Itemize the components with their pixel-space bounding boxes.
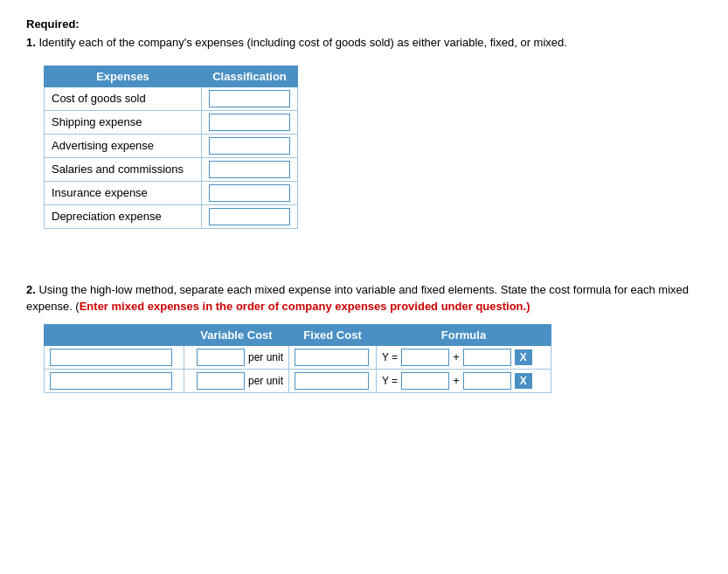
question1-text: 1. Identify each of the company's expens…: [26, 34, 702, 52]
expense-name-3: Salaries and commissions: [45, 157, 202, 181]
highlow-expense-0: [45, 345, 184, 369]
highlow-fixedcost-1: [289, 369, 377, 392]
classification-input-4[interactable]: [209, 184, 290, 202]
formula-x-button-0[interactable]: X: [515, 349, 532, 365]
highlow-fixedcost-input-1[interactable]: [295, 372, 369, 390]
classification-cell-1: [202, 110, 298, 134]
question1-number: 1.: [26, 36, 36, 49]
classification-cell-2: [202, 134, 298, 157]
highlow-fixedcost-0: [289, 345, 377, 369]
table1-row: Shipping expense: [45, 110, 298, 134]
classification-cell-5: [202, 204, 298, 228]
question2-red: Enter mixed expenses in the order of com…: [80, 300, 530, 313]
col-classification-header: Classification: [202, 66, 298, 86]
col-fixed-cost-header: Fixed Cost: [289, 324, 377, 345]
table1-row: Advertising expense: [45, 134, 298, 157]
formula-plus-0: +: [453, 350, 460, 363]
highlow-table: Variable Cost Fixed Cost Formula per uni…: [44, 324, 551, 393]
classification-input-2[interactable]: [209, 137, 290, 155]
classification-input-5[interactable]: [209, 208, 290, 225]
table1-row: Salaries and commissions: [45, 157, 298, 181]
highlow-varcost-0: per unit: [184, 345, 289, 369]
classification-input-0[interactable]: [209, 90, 290, 107]
classification-cell-4: [202, 181, 298, 204]
highlow-varcost-1: per unit: [184, 369, 289, 392]
classification-input-1[interactable]: [209, 114, 290, 131]
table1-row: Insurance expense: [45, 181, 298, 204]
highlow-row-0: per unitY =+X: [45, 345, 551, 369]
classification-cell-3: [202, 157, 298, 181]
required-label: Required:: [26, 17, 702, 31]
table1-row: Cost of goods sold: [45, 86, 298, 110]
formula-y-eq-1: Y =: [382, 375, 398, 387]
col-expenses-header: Expenses: [45, 66, 202, 86]
highlow-expense-1: [45, 369, 184, 392]
question1-body: Identify each of the company's expenses …: [38, 36, 566, 49]
per-unit-label-1: per unit: [248, 375, 283, 387]
col-formula-header: Formula: [377, 324, 551, 345]
col-expense-label: [45, 324, 184, 345]
highlow-varcost-input-1[interactable]: [197, 372, 245, 390]
formula-var-input-1[interactable]: [401, 372, 449, 390]
expenses-classification-table: Expenses Classification Cost of goods so…: [44, 66, 298, 229]
highlow-expense-input-0[interactable]: [50, 349, 172, 366]
question2-text: 2. Using the high-low method, separate e…: [26, 281, 702, 315]
expense-name-2: Advertising expense: [45, 134, 202, 157]
table1-row: Depreciation expense: [45, 204, 298, 228]
classification-input-3[interactable]: [209, 161, 290, 178]
section2-container: 2. Using the high-low method, separate e…: [26, 281, 702, 393]
formula-plus-1: +: [453, 374, 460, 387]
formula-x-button-1[interactable]: X: [515, 373, 532, 389]
formula-var-input-0[interactable]: [401, 349, 449, 366]
formula-fixed-input-0[interactable]: [463, 349, 511, 366]
formula-fixed-input-1[interactable]: [463, 372, 511, 390]
per-unit-label-0: per unit: [248, 351, 283, 363]
highlow-fixedcost-input-0[interactable]: [295, 349, 369, 366]
expense-name-4: Insurance expense: [45, 181, 202, 204]
expense-name-0: Cost of goods sold: [45, 86, 202, 110]
highlow-row-1: per unitY =+X: [45, 369, 551, 392]
highlow-expense-input-1[interactable]: [50, 372, 172, 390]
formula-y-eq-0: Y =: [382, 351, 398, 363]
highlow-formula-1: Y =+X: [377, 369, 551, 392]
highlow-formula-0: Y =+X: [377, 345, 551, 369]
expense-name-1: Shipping expense: [45, 110, 202, 134]
col-variable-cost-header: Variable Cost: [184, 324, 289, 345]
classification-cell-0: [202, 86, 298, 110]
expense-name-5: Depreciation expense: [45, 204, 202, 228]
question2-number: 2.: [26, 283, 36, 296]
highlow-varcost-input-0[interactable]: [197, 349, 245, 366]
